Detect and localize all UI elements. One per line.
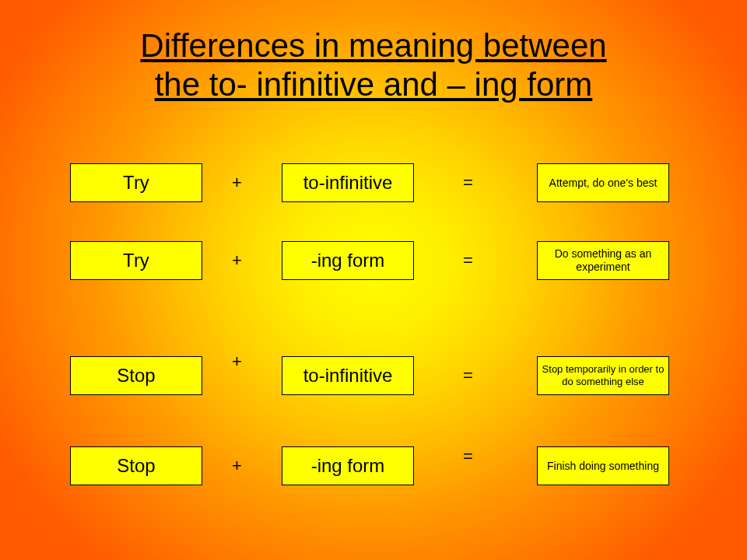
meaning-box: Attempt, do one's best <box>537 163 669 202</box>
equals-icon: = <box>463 250 473 271</box>
meaning-box: Do something as an experiment <box>537 241 669 280</box>
equals-icon: = <box>463 446 473 467</box>
plus-icon: + <box>232 173 242 193</box>
title-line-1: Differences in meaning between <box>140 27 606 64</box>
plus-icon: + <box>232 352 242 372</box>
equation-row: Try + -ing form = Do something as an exp… <box>0 241 747 285</box>
verb-box: Try <box>70 241 202 280</box>
equation-row: Try + to-infinitive = Attempt, do one's … <box>0 163 747 207</box>
form-box: -ing form <box>282 241 414 280</box>
equals-icon: = <box>463 173 473 193</box>
verb-box: Stop <box>70 446 202 485</box>
form-box: to-infinitive <box>282 163 414 202</box>
plus-icon: + <box>232 456 242 476</box>
equation-row: Stop + -ing form = Finish doing somethin… <box>0 446 747 490</box>
verb-box: Try <box>70 163 202 202</box>
verb-box: Stop <box>70 356 202 395</box>
equals-icon: = <box>463 366 473 386</box>
equation-row: Stop + to-infinitive = Stop temporarily … <box>0 356 747 400</box>
form-box: -ing form <box>282 446 414 485</box>
form-box: to-infinitive <box>282 356 414 395</box>
plus-icon: + <box>232 250 242 271</box>
meaning-box: Finish doing something <box>537 446 669 485</box>
meaning-box: Stop temporarily in order to do somethin… <box>537 356 669 395</box>
title-line-2: the to- infinitive and – ing form <box>155 66 593 103</box>
slide-title: Differences in meaning between the to- i… <box>0 26 747 105</box>
